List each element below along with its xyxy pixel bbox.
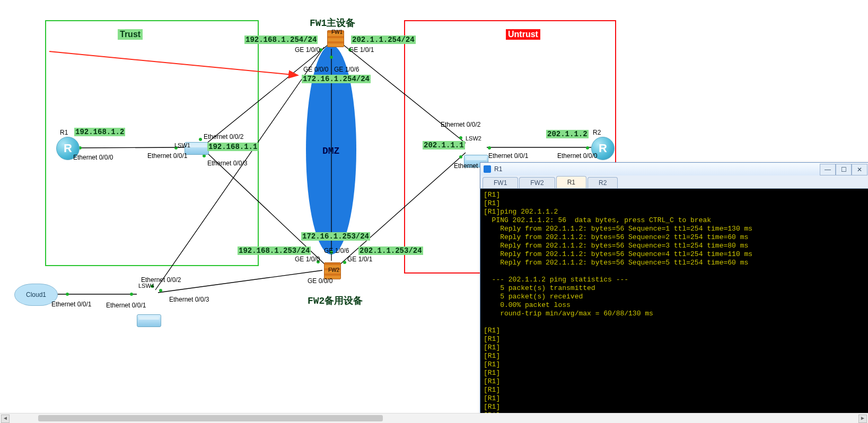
port-fw2-ge106: GE 1/0/6	[324, 247, 349, 254]
port-lsw4-e001: Ethernet 0/0/1	[106, 302, 146, 309]
switch-lsw2-label: LSW2	[466, 135, 481, 142]
switch-lsw4[interactable]	[137, 314, 161, 327]
svg-line-10	[158, 270, 322, 293]
terminal-titlebar[interactable]: R1 — ☐ ✕	[480, 163, 868, 175]
horizontal-scrollbar[interactable]: ◄ ►	[0, 413, 868, 423]
fw1-title: FW1主设备	[310, 16, 355, 29]
port-fw1-ge101: GE 1/0/1	[349, 46, 374, 54]
port-lsw2-e002: Ethernet 0/0/2	[441, 121, 480, 128]
port-lsw2-e001: Ethernet 0/0/1	[488, 152, 528, 160]
port-lsw1-e003: Ethernet 0/0/3	[207, 160, 247, 167]
router-glyph: R	[599, 142, 607, 155]
zone-trust-label: Trust	[118, 29, 143, 40]
svg-point-28	[159, 289, 162, 292]
port-fw2-ge101: GE 1/0/1	[347, 255, 372, 263]
port-r2-e000: Ethernet 0/0/0	[557, 152, 597, 160]
window-minimize-button[interactable]: —	[820, 164, 836, 175]
zone-untrust-label: Untrust	[506, 29, 540, 40]
port-cloud-e001: Ethernet 0/0/1	[51, 301, 91, 308]
svg-point-25	[66, 293, 69, 296]
scroll-right-arrow[interactable]: ►	[858, 415, 867, 423]
port-fw2-ge100: GE 1/0/0	[295, 255, 320, 263]
terminal-tab-fw2[interactable]: FW2	[519, 177, 555, 188]
terminal-title: R1	[494, 165, 502, 173]
terminal-output[interactable]: [R1] [R1] [R1]ping 202.1.1.2 PING 202.1.…	[480, 189, 868, 417]
terminal-icon	[484, 165, 491, 173]
scroll-left-arrow[interactable]: ◄	[1, 415, 10, 423]
port-r1-e000: Ethernet 0/0/0	[73, 154, 113, 161]
terminal-tab-r2[interactable]: R2	[588, 177, 618, 188]
terminal-tab-fw1[interactable]: FW1	[483, 177, 518, 188]
ip-lsw2: 202.1.1.1	[423, 141, 465, 149]
ip-r1: 192.168.1.2	[74, 128, 125, 136]
topology-canvas[interactable]: Trust Untrust DMZ	[0, 0, 868, 423]
ip-fw1-dmz: 172.16.1.254/24	[302, 75, 371, 83]
cloud-label: Cloud1	[26, 291, 46, 298]
port-lsw4-e002: Ethernet 0/0/2	[141, 276, 181, 284]
port-lsw4-e003: Ethernet 0/0/3	[169, 296, 209, 303]
port-lsw1-e002: Ethernet 0/0/2	[204, 133, 243, 140]
terminal-window[interactable]: R1 — ☐ ✕ FW1 FW2 R1 R2 [R1] [R1] [R1]pin…	[480, 162, 868, 418]
ip-fw2-right: 202.1.1.253/24	[358, 246, 423, 255]
firewall-fw1-label: FW1	[331, 29, 343, 35]
window-maximize-button[interactable]: ☐	[836, 164, 852, 175]
router-r2-label: R2	[593, 129, 601, 136]
ip-fw1-right: 202.1.1.254/24	[351, 36, 416, 44]
ip-fw1-left: 192.168.1.254/24	[244, 36, 318, 44]
port-fw1-ge106: GE 1/0/6	[334, 66, 359, 73]
router-glyph: R	[64, 142, 72, 155]
ip-lsw1: 192.168.1.1	[207, 143, 258, 151]
switch-lsw1-label: LSW1	[174, 142, 190, 148]
port-fw2-ge000: GE 0/0/0	[308, 277, 332, 285]
svg-point-19	[343, 261, 346, 264]
ip-fw2-left: 192.168.1.253/24	[238, 246, 311, 255]
ip-r2: 202.1.1.2	[546, 130, 589, 138]
scroll-thumb[interactable]	[38, 415, 383, 421]
firewall-fw2-label: FW2	[328, 267, 339, 273]
zone-dmz-label: DMZ	[322, 146, 339, 156]
port-lsw1-e001: Ethernet 0/0/1	[147, 152, 187, 160]
port-fw1-ge100: GE 1/0/0	[295, 46, 320, 54]
ip-fw2-dmz: 172.16.1.253/24	[301, 232, 370, 241]
terminal-tabs: FW1 FW2 R1 R2	[480, 175, 868, 189]
router-r1-label: R1	[60, 129, 68, 136]
fw2-title: FW2备用设备	[308, 294, 363, 307]
terminal-tab-r1[interactable]: R1	[556, 176, 586, 188]
svg-point-26	[130, 293, 133, 296]
port-fw1-ge000: GE 0/0/0	[303, 66, 328, 73]
window-close-button[interactable]: ✕	[852, 164, 867, 175]
